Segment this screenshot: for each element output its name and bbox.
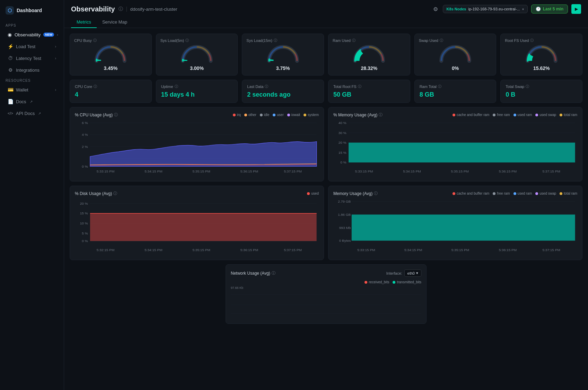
legend-label-other: other	[248, 113, 256, 117]
legend-label: free ram	[497, 192, 510, 195]
svg-text:5:36:15 PM: 5:36:15 PM	[240, 169, 258, 173]
network-chart-card: Network Usage (Avg) ⓘ Interface: eth0 ▾	[226, 264, 427, 324]
logo-icon: ⬡	[6, 6, 14, 15]
network-chart-info-icon: ⓘ	[272, 271, 275, 276]
svg-text:5:36:15 PM: 5:36:15 PM	[499, 169, 517, 173]
legend-label-iowait: iowait	[291, 113, 300, 117]
sidebar-item-latency-test[interactable]: ⏱ Latency Test ›	[2, 53, 62, 64]
legend-label-irq: irq	[237, 113, 241, 117]
gauge-title-swap-used: Swap Used ⓘ	[419, 38, 443, 43]
svg-text:40 %: 40 %	[339, 121, 346, 125]
sidebar-item-integrations[interactable]: ⚙ Integrations	[2, 64, 62, 76]
legend-dot-idle	[260, 114, 263, 116]
sidebar-logo[interactable]: ⬡ Dashboard	[0, 3, 64, 21]
sidebar-item-label: Integrations	[16, 68, 40, 73]
legend-dot-system	[304, 114, 306, 116]
time-label: Last 5 min	[543, 7, 563, 11]
legend-dot	[514, 114, 516, 116]
legend-dot-other	[244, 114, 247, 116]
gauge-value-cpu-busy: 3.45%	[104, 65, 117, 71]
mem-pct-legend-free-ram: free ram	[493, 113, 510, 117]
network-legend: received_bits transmitted_bits	[231, 280, 421, 284]
chevron-icon: ›	[55, 88, 56, 92]
gauge-svg-root-fs-used	[524, 45, 559, 64]
wallet-icon: 💳	[8, 87, 13, 92]
play-button[interactable]: ▶	[571, 4, 581, 14]
tab-bar: Metrics Service Map	[71, 17, 581, 28]
svg-text:5:34:15 PM: 5:34:15 PM	[404, 248, 422, 251]
gauge-card-cpu-busy: CPU Busy ⓘ 3.45%	[70, 34, 152, 76]
memory-abs-chart-title: Memory Usage (Avg) ⓘ	[333, 191, 378, 196]
legend-dot	[560, 114, 562, 116]
apps-section-label: APPS	[0, 21, 64, 29]
cpu-legend-idle: idle	[260, 113, 270, 117]
cpu-legend-iowait: iowait	[287, 113, 300, 117]
stat-title-ram-total: Ram Total ⓘ	[420, 84, 491, 89]
stat-value-uptime: 15 days 4 h	[161, 91, 233, 98]
stat-title-uptime: Uptime ⓘ	[161, 84, 233, 89]
svg-text:6 %: 6 %	[82, 121, 88, 125]
main-content: Observability ⓘ ddosify-arm-test-cluster…	[64, 0, 588, 390]
gauge-info-icon-cpu-busy: ⓘ	[93, 38, 97, 43]
disk-legend-used: used	[307, 192, 319, 195]
chart-row-2: % Disk Usage (Avg) ⓘ used	[70, 186, 582, 260]
svg-text:15 %: 15 %	[80, 212, 88, 215]
gauge-card-sys-load-15m: Sys Load(15m) ⓘ 3.75%	[242, 34, 324, 76]
k8s-nodes-dropdown[interactable]: K8s Nodes ip-192-168-79-93.eu-central-..…	[443, 5, 528, 13]
mem-pct-legend-used-ram: used ram	[514, 113, 532, 117]
tab-service-map[interactable]: Service Map	[97, 17, 133, 28]
disk-chart-svg: 20 % 15 % 10 % 5 % 0 % 5:32:15 PM 5:34:1…	[75, 200, 319, 255]
gauge-title-cpu-busy: CPU Busy ⓘ	[74, 38, 97, 43]
header: Observability ⓘ ddosify-arm-test-cluster…	[64, 0, 588, 28]
sidebar-item-wallet[interactable]: 💳 Wallet ›	[2, 84, 62, 95]
cpu-legend-system: system	[304, 113, 319, 117]
cpu-usage-chart-card: % CPU Usage (Avg) ⓘ irqotheridleuseriowa…	[70, 107, 324, 181]
load-test-icon: ⚡	[8, 44, 13, 49]
legend-dot	[493, 192, 495, 195]
gauge-label-sys-load-5m: Sys Load(5m)	[160, 38, 184, 43]
resources-section-label: RESOURCES	[0, 76, 64, 84]
gauge-label-sys-load-15m: Sys Load(15m)	[246, 38, 272, 43]
transmitted-legend-label: transmitted_bits	[397, 280, 421, 284]
sidebar-logo-label: Dashboard	[17, 8, 42, 13]
legend-label: used swap	[539, 192, 556, 195]
mem-abs-legend-free-ram: free ram	[493, 192, 510, 195]
stat-card-uptime: Uptime ⓘ 15 days 4 h	[156, 80, 238, 103]
gauge-svg-sys-load-5m	[179, 45, 214, 64]
stat-value-last-data: 2 seconds ago	[247, 91, 319, 98]
stat-title-total-swap: Total Swap ⓘ	[506, 84, 577, 89]
stat-title-cpu-core: CPU Core ⓘ	[75, 84, 147, 89]
k8s-label: K8s Nodes	[447, 7, 466, 11]
stat-value-total-root-fs: 50 GB	[333, 91, 405, 98]
cpu-chart-info-icon: ⓘ	[114, 112, 118, 117]
memory-pct-chart-card: % Memory Usage (Avg) ⓘ cache and buffer …	[328, 107, 582, 181]
gauge-container-cpu-busy	[93, 45, 128, 64]
svg-text:5:35:15 PM: 5:35:15 PM	[451, 169, 468, 173]
gauge-label-cpu-busy: CPU Busy	[74, 38, 92, 43]
tab-metrics[interactable]: Metrics	[71, 17, 97, 28]
legend-label: used ram	[518, 192, 532, 195]
gauge-value-swap-used: 0%	[452, 65, 459, 71]
network-legend-received: received_bits	[365, 280, 389, 284]
chevron-icon: ›	[55, 56, 56, 60]
sidebar-item-api-docs[interactable]: </> API Docs ↗	[2, 108, 62, 119]
sidebar-item-docs[interactable]: 📄 Docs ↗	[2, 96, 62, 107]
svg-text:20 %: 20 %	[80, 202, 88, 205]
svg-text:5:32:15 PM: 5:32:15 PM	[97, 248, 114, 251]
disk-chart-title: % Disk Usage (Avg) ⓘ	[75, 191, 117, 196]
svg-text:993 Mb: 993 Mb	[339, 226, 351, 229]
settings-button[interactable]: ⚙	[432, 5, 439, 14]
sidebar-item-load-test[interactable]: ⚡ Load Test ›	[2, 41, 62, 52]
gauge-value-sys-load-5m: 3.00%	[190, 65, 204, 71]
sidebar-item-observability[interactable]: ◉ Observability New ›	[2, 29, 62, 40]
memory-abs-legend: cache and buffer ramfree ramused ramused…	[453, 192, 577, 195]
time-range-button[interactable]: 🕐 Last 5 min	[531, 5, 568, 14]
gauge-label-root-fs-used: Root FS Used	[505, 38, 529, 43]
cpu-chart-title: % CPU Usage (Avg) ⓘ	[75, 112, 118, 117]
gauge-title-root-fs-used: Root FS Used ⓘ	[505, 38, 534, 43]
stat-value-cpu-core: 4	[75, 91, 147, 98]
gauge-card-swap-used: Swap Used ⓘ 0%	[414, 34, 497, 76]
page-title: Observability	[71, 5, 115, 13]
interface-dropdown[interactable]: eth0 ▾	[404, 269, 421, 277]
legend-label: cache and buffer ram	[457, 113, 489, 117]
